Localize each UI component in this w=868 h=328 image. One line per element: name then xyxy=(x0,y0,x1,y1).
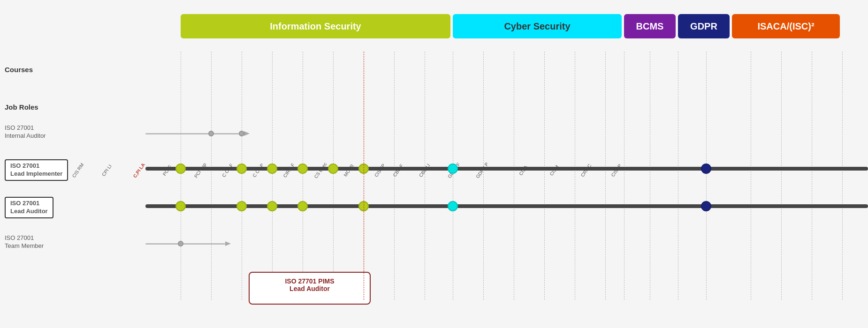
chart-container: Information SecurityCyber SecurityBCMSGD… xyxy=(0,0,868,328)
dot-2-3 xyxy=(297,201,308,211)
cpi-la-vertical-line xyxy=(364,52,364,300)
row-line-3 xyxy=(145,243,225,245)
banner-3: GDPR xyxy=(678,14,730,38)
dot-2-5 xyxy=(448,201,458,211)
vline-20 xyxy=(781,52,782,300)
dot-2-0 xyxy=(175,201,186,211)
dot-1-3 xyxy=(297,164,308,174)
banner-0: Information Security xyxy=(181,14,450,38)
row-label-3: ISO 27001Team Member xyxy=(5,234,44,250)
row-label-1[interactable]: ISO 27001Lead Implementer xyxy=(5,159,68,181)
dot-1-1 xyxy=(236,164,247,174)
dot-1-4 xyxy=(328,164,338,174)
section-label-0: Courses xyxy=(5,66,33,74)
dot-2-2 xyxy=(267,201,277,211)
dot-2-1 xyxy=(236,201,247,211)
dot-0-0 xyxy=(208,131,214,136)
dot-1-6 xyxy=(448,164,458,174)
banner-1: Cyber Security xyxy=(453,14,622,38)
row-label-2[interactable]: ISO 27001Lead Auditor xyxy=(5,197,53,218)
row-arrow-3 xyxy=(225,241,231,246)
dot-1-0 xyxy=(175,164,186,174)
pims-box: ISO 27701 PIMSLead Auditor xyxy=(249,272,371,305)
dot-0-1 xyxy=(239,131,244,136)
section-label-1: Job Roles xyxy=(5,103,38,111)
row-line-2 xyxy=(145,204,868,208)
dot-2-6 xyxy=(701,201,711,211)
banner-4: ISACA/(ISC)² xyxy=(732,14,840,38)
banner-2: BCMS xyxy=(624,14,676,38)
row-line-0 xyxy=(145,133,244,134)
vline-22 xyxy=(842,52,843,300)
row-arrow-0 xyxy=(244,131,250,136)
row-label-0: ISO 27001Internal Auditor xyxy=(5,124,46,140)
vline-21 xyxy=(812,52,812,300)
dot-1-2 xyxy=(267,164,277,174)
row-line-1 xyxy=(145,167,868,171)
dot-3-0 xyxy=(178,241,183,246)
dot-1-7 xyxy=(701,164,711,174)
